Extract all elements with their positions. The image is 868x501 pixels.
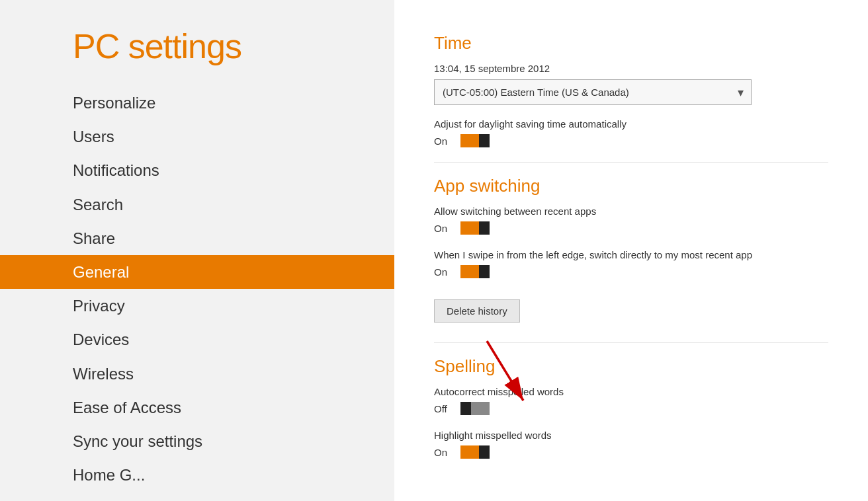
divider-1 (434, 162, 828, 163)
sidebar-nav: Personalize Users Notifications Search S… (73, 86, 394, 492)
sidebar-item-personalize-label: Personalize (73, 86, 394, 120)
daylight-saving-track (460, 134, 490, 147)
allow-switching-toggle[interactable] (460, 220, 498, 236)
allow-switching-toggle-row: On (434, 220, 828, 236)
sidebar-item-share[interactable]: Share (73, 221, 394, 255)
sidebar-item-devices-label: Devices (73, 323, 394, 356)
datetime-display: 13:04, 15 septembre 2012 (434, 63, 828, 74)
page-title: PC settings (73, 26, 394, 66)
highlight-row: Highlight misspelled words On (434, 430, 828, 460)
timezone-wrapper[interactable]: (UTC-05:00) Eastern Time (US & Canada) (… (434, 79, 752, 105)
sidebar-item-notifications-label: Notifications (73, 153, 394, 187)
spelling-title: Spelling (434, 356, 828, 377)
highlight-track (460, 445, 490, 459)
highlight-toggle-row: On (434, 444, 828, 460)
swipe-switch-toggle-row: On (434, 264, 828, 280)
sidebar-item-devices[interactable]: Devices (73, 323, 394, 356)
autocorrect-status: Off (434, 403, 454, 414)
allow-switching-thumb (479, 221, 490, 235)
sidebar-item-privacy[interactable]: Privacy (73, 289, 394, 323)
autocorrect-label: Autocorrect misspelled words (434, 386, 828, 397)
autocorrect-toggle-row: Off (434, 401, 828, 416)
swipe-switch-thumb (479, 265, 490, 278)
delete-history-button[interactable]: Delete history (434, 299, 520, 323)
highlight-toggle[interactable] (460, 444, 498, 460)
autocorrect-toggle[interactable] (460, 401, 498, 416)
daylight-saving-row: Adjust for daylight saving time automati… (434, 118, 828, 149)
sidebar-item-general[interactable]: General (0, 255, 427, 289)
allow-switching-status: On (434, 223, 454, 234)
swipe-switch-status: On (434, 266, 454, 278)
allow-switching-row: Allow switching between recent apps On (434, 206, 828, 236)
highlight-status: On (434, 447, 454, 458)
sidebar-item-wireless[interactable]: Wireless (73, 357, 394, 391)
divider-2 (434, 342, 828, 343)
sidebar-item-privacy-label: Privacy (73, 289, 394, 323)
sidebar-item-sync-settings-label: Sync your settings (73, 424, 394, 458)
daylight-saving-thumb (479, 134, 490, 147)
swipe-switch-row: When I swipe in from the left edge, swit… (434, 249, 828, 280)
autocorrect-row: Autocorrect misspelled words Off (434, 386, 828, 416)
content-inner: Time 13:04, 15 septembre 2012 (UTC-05:00… (434, 33, 828, 460)
swipe-switch-toggle[interactable] (460, 264, 498, 280)
sidebar-item-share-label: Share (73, 221, 394, 255)
sidebar-item-personalize[interactable]: Personalize (73, 86, 394, 120)
highlight-thumb (479, 445, 490, 459)
daylight-saving-status: On (434, 135, 454, 147)
sidebar-item-search[interactable]: Search (73, 188, 394, 221)
allow-switching-track (460, 221, 490, 235)
content-panel: Time 13:04, 15 septembre 2012 (UTC-05:00… (394, 0, 868, 501)
sidebar-item-general-label: General (73, 255, 427, 289)
sidebar-item-home-group-label: Home G... (73, 458, 394, 492)
sidebar-item-sync-settings[interactable]: Sync your settings (73, 424, 394, 458)
sidebar-item-search-label: Search (73, 188, 394, 221)
autocorrect-track (460, 402, 490, 415)
sidebar-item-wireless-label: Wireless (73, 357, 394, 391)
daylight-saving-label: Adjust for daylight saving time automati… (434, 118, 828, 130)
sidebar-item-notifications[interactable]: Notifications (73, 153, 394, 187)
allow-switching-label: Allow switching between recent apps (434, 206, 828, 217)
swipe-switch-label: When I swipe in from the left edge, swit… (434, 249, 828, 260)
sidebar-item-home-group[interactable]: Home G... (73, 458, 394, 492)
sidebar-item-ease-of-access[interactable]: Ease of Access (73, 391, 394, 424)
time-section-title: Time (434, 33, 828, 54)
sidebar-item-ease-of-access-label: Ease of Access (73, 391, 394, 424)
swipe-switch-track (460, 265, 490, 278)
daylight-saving-toggle[interactable] (460, 133, 498, 149)
sidebar-item-users-label: Users (73, 120, 394, 153)
sidebar-item-users[interactable]: Users (73, 120, 394, 153)
daylight-saving-toggle-row: On (434, 133, 828, 149)
app-switching-section: App switching Allow switching between re… (434, 176, 828, 329)
time-section: Time 13:04, 15 septembre 2012 (UTC-05:00… (434, 33, 828, 149)
highlight-label: Highlight misspelled words (434, 430, 828, 441)
autocorrect-thumb (460, 402, 471, 415)
app-switching-title: App switching (434, 176, 828, 196)
sidebar: PC settings Personalize Users Notificati… (0, 0, 394, 501)
timezone-select[interactable]: (UTC-05:00) Eastern Time (US & Canada) (… (434, 79, 752, 105)
spelling-section: Spelling Autocorrect misspelled words Of… (434, 356, 828, 460)
